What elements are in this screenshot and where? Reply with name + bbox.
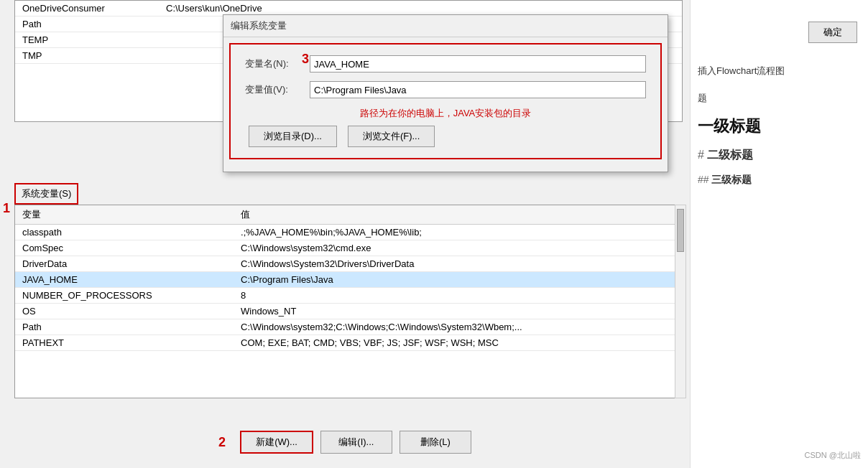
sys-var-row-javahome[interactable]: JAVA_HOME C:\Program Files\Java [15,272,682,288]
var-name-label: 变量名(N): [245,57,310,70]
heading2: # 二级标题 [698,148,861,163]
right-content: 插入Flowchart流程图 题 一级标题 # 二级标题 ## 三级标题 [698,65,861,187]
heading2-prefix: # [698,149,707,161]
ok-button[interactable]: 确定 [808,22,857,43]
delete-button[interactable]: 删除(L) [400,431,471,454]
heading3-prefix: ## [698,174,711,185]
sys-var-value-comspec: C:\Windows\system32\cmd.exe [234,240,682,256]
var-value-row: 变量值(V): [245,81,646,98]
flowchart-text: 插入Flowchart流程图 [698,65,861,78]
heading1: 一级标题 [698,116,861,137]
var-name-input[interactable] [310,55,646,72]
label-2: 2 [218,435,226,450]
sys-var-row-path[interactable]: Path C:\Windows\system32;C:\Windows;C:\W… [15,319,682,335]
browse-dir-button[interactable]: 浏览目录(D)... [249,126,337,147]
sys-var-value-os: Windows_NT [234,304,682,319]
sys-var-row-driverdata[interactable]: DriverData C:\Windows\System32\Drivers\D… [15,256,682,272]
heading3: ## 三级标题 [698,174,861,187]
user-var-name-2: Path [22,19,166,29]
sys-var-name-classpath: classpath [15,225,234,240]
sys-var-row-classpath[interactable]: classpath .;%JAVA_HOME%\bin;%JAVA_HOME%\… [15,225,682,240]
user-var-value-1: C:\Users\kun\OneDrive [166,3,675,14]
sys-var-name-javahome: JAVA_HOME [15,272,234,288]
col-header-value: 值 [234,205,682,225]
user-var-name-1: OneDriveConsumer [22,3,166,14]
sys-var-value-numproc: 8 [234,288,682,304]
topic-label: 题 [698,92,861,105]
sys-var-value-javahome: C:\Program Files\Java [234,272,682,288]
col-header-name: 变量 [15,205,234,225]
sys-var-row-pathext[interactable]: PATHEXT COM; EXE; BAT; CMD; VBS; VBF; JS… [15,335,682,351]
sys-var-name-numproc: NUMBER_OF_PROCESSORS [15,288,234,304]
edit-dialog: 编辑系统变量 变量名(N): 变量值(V): 路径为在你的电脑上，JAVA安装包… [223,14,668,172]
dialog-content: 变量名(N): 变量值(V): 路径为在你的电脑上，JAVA安装包的目录 浏览目… [229,43,662,159]
browse-file-button[interactable]: 浏览文件(F)... [348,126,435,147]
sys-var-name-driverdata: DriverData [15,256,234,272]
sys-var-value-path: C:\Windows\system32;C:\Windows;C:\Window… [234,319,682,335]
sys-var-value-classpath: .;%JAVA_HOME%\bin;%JAVA_HOME%\lib; [234,225,682,240]
right-panel: 确定 插入Flowchart流程图 题 一级标题 # 二级标题 ## 三级标题 … [690,0,868,468]
heading2-text: 二级标题 [707,149,753,161]
user-var-name-3: TEMP [22,34,166,45]
var-value-input[interactable] [310,81,646,98]
main-container: OneDriveConsumer C:\Users\kun\OneDrive P… [0,0,868,468]
csdn-watermark: CSDN @北山啦 [805,450,861,461]
bottom-buttons: 2 新建(W)... 编辑(I)... 删除(L) [14,431,683,454]
sys-var-row-comspec[interactable]: ComSpec C:\Windows\system32\cmd.exe [15,240,682,256]
dialog-titlebar: 编辑系统变量 [223,15,668,37]
dialog-hint: 路径为在你的电脑上，JAVA安装包的目录 [245,107,646,120]
var-value-label: 变量值(V): [245,83,310,96]
scroll-thumb[interactable] [677,209,684,252]
sys-var-name-pathext: PATHEXT [15,335,234,351]
sys-var-row-os[interactable]: OS Windows_NT [15,304,682,319]
edit-button[interactable]: 编辑(I)... [320,431,392,454]
sys-var-name-path: Path [15,319,234,335]
sys-var-value-pathext: COM; EXE; BAT; CMD; VBS; VBF; JS; JSF; W… [234,335,682,351]
sys-vars-scrollbar[interactable] [675,205,686,398]
user-var-name-4: TMP [22,50,166,61]
sys-var-value-driverdata: C:\Windows\System32\Drivers\DriverData [234,256,682,272]
label-1: 1 [3,201,10,216]
heading3-text: 三级标题 [711,174,752,185]
sys-var-row-numproc[interactable]: NUMBER_OF_PROCESSORS 8 [15,288,682,304]
sys-vars-table: 变量 值 classpath .;%JAVA_HOME%\bin;%JAVA_H… [15,205,682,351]
new-button[interactable]: 新建(W)... [240,431,313,454]
sys-vars-container[interactable]: 变量 值 classpath .;%JAVA_HOME%\bin;%JAVA_H… [14,205,683,398]
sys-vars-label: 系统变量(S) [14,183,78,205]
sys-var-name-os: OS [15,304,234,319]
sys-var-name-comspec: ComSpec [15,240,234,256]
label-3: 3 [302,52,309,67]
dialog-buttons: 浏览目录(D)... 浏览文件(F)... [245,126,646,147]
